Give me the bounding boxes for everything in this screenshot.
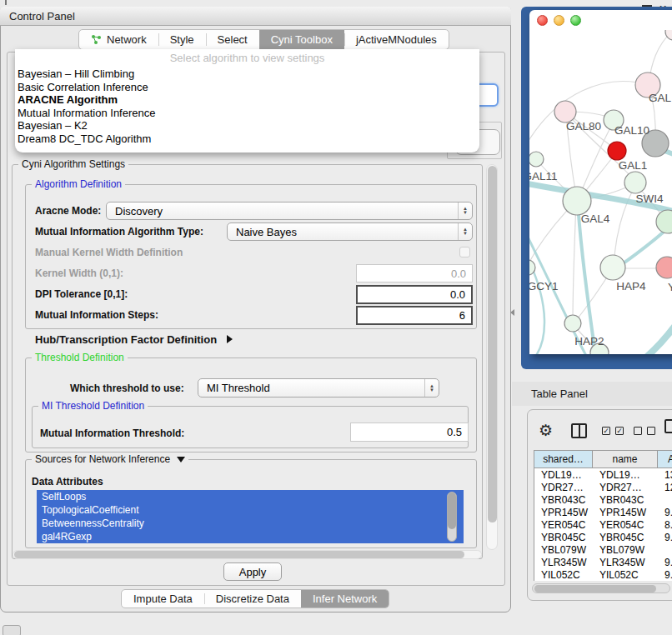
- network-edge[interactable]: [573, 202, 576, 322]
- attribute-list-item[interactable]: gal4RGexp: [37, 530, 464, 543]
- table-panel-bar[interactable]: Table Panel: [512, 382, 672, 406]
- network-node[interactable]: [608, 142, 626, 160]
- tab-style[interactable]: Style: [158, 30, 206, 49]
- settings-vscrollbar-thumb[interactable]: [488, 166, 497, 522]
- network-node[interactable]: [656, 210, 672, 233]
- tab-infer-network[interactable]: Infer Network: [301, 590, 389, 608]
- table-row[interactable]: YBR045CYBR045C9.: [534, 531, 672, 543]
- table-cell: YPR145W: [593, 507, 658, 518]
- kernel-width-label: Kernel Width (0,1):: [35, 268, 123, 279]
- mi-threshold-field[interactable]: 0.5: [350, 422, 469, 442]
- tab-label: Impute Data: [133, 592, 193, 605]
- attribute-list-item[interactable]: TopologicalCoefficient: [37, 503, 464, 517]
- network-node[interactable]: [563, 187, 591, 215]
- table-cell: YBR043C: [593, 494, 658, 506]
- tab-jactivemnodules[interactable]: jActiveMNodules: [344, 30, 449, 49]
- algorithm-option[interactable]: Bayesian – Hill Climbing: [15, 68, 479, 81]
- table-cell: YBL079W: [593, 544, 658, 556]
- tab-select[interactable]: Select: [206, 30, 259, 49]
- network-window-titlebar[interactable]: [529, 10, 672, 30]
- node-label: SWI4: [635, 192, 663, 205]
- table-cell: YDR27…: [534, 482, 593, 493]
- table-row[interactable]: YDL19…YDL19…13: [534, 468, 672, 481]
- tab-network[interactable]: Network: [79, 30, 158, 49]
- table-cell: YLR345W: [534, 557, 593, 568]
- algorithm-option[interactable]: Mutual Information Inference: [15, 107, 479, 120]
- network-node[interactable]: [564, 315, 581, 332]
- node-label: GAL: [649, 92, 672, 104]
- split-view-icon[interactable]: [571, 423, 587, 438]
- checked-box-icon[interactable]: ✓: [602, 427, 610, 435]
- which-threshold-select[interactable]: MI Threshold ▲▼: [198, 378, 439, 398]
- network-node[interactable]: [529, 152, 544, 167]
- column-header-shared[interactable]: shared…: [534, 450, 592, 468]
- apply-label: Apply: [239, 566, 267, 578]
- column-header-name[interactable]: name: [592, 450, 657, 468]
- algorithm-option[interactable]: Basic Correlation Inference: [15, 81, 479, 94]
- kernel-width-field[interactable]: 0.0: [356, 264, 473, 282]
- network-graph-canvas[interactable]: GALGAL80GAL10GAL1GAL11GAL4SWI4GCY1HAP4YH…: [529, 30, 672, 354]
- manual-kernel-checkbox[interactable]: [459, 247, 470, 258]
- attribute-list-item[interactable]: SelfLoops: [37, 490, 464, 503]
- manual-kernel-label: Manual Kernel Width Definition: [35, 247, 183, 258]
- tab-cyni-toolbox[interactable]: Cyni Toolbox: [259, 30, 344, 49]
- table-row[interactable]: YER054CYER054C8.: [534, 518, 672, 531]
- zoom-traffic-light-icon[interactable]: [570, 15, 581, 26]
- table-hscrollbar-thumb[interactable]: [534, 585, 656, 592]
- dpi-tolerance-value: 0.0: [450, 288, 465, 301]
- table-row[interactable]: YDR27…YDR27…12: [534, 481, 672, 493]
- table-row[interactable]: YIL052CYIL052C9.: [534, 568, 672, 581]
- sources-group-title[interactable]: Sources for Network Inference: [32, 453, 188, 465]
- network-edge-thick[interactable]: [578, 203, 596, 354]
- table-row[interactable]: YBR043CYBR043C: [534, 493, 672, 506]
- document-icon[interactable]: [664, 419, 672, 433]
- algorithm-placeholder: Select algorithm to view settings: [15, 52, 479, 68]
- dpi-tolerance-field[interactable]: 0.0: [356, 285, 473, 304]
- tab-label: Infer Network: [313, 592, 377, 605]
- mi-steps-field[interactable]: 6: [356, 306, 473, 325]
- table-row[interactable]: YBL079WYBL079W: [534, 543, 672, 556]
- network-node[interactable]: [656, 257, 672, 278]
- minimize-traffic-light-icon[interactable]: [554, 15, 564, 26]
- checked-box-icon[interactable]: ✓: [615, 427, 624, 435]
- table-row[interactable]: YLR345WYLR345W9.: [534, 556, 672, 568]
- algorithm-definition-title: Algorithm Definition: [32, 178, 125, 190]
- network-node[interactable]: [600, 255, 625, 280]
- tab-impute-data[interactable]: Impute Data: [122, 590, 204, 608]
- aracne-mode-value: Discovery: [115, 205, 163, 218]
- control-panel-titlebar[interactable]: Control Panel: [0, 7, 511, 26]
- algorithm-option[interactable]: Dream8 DC_TDC Algorithm: [15, 132, 479, 146]
- mi-type-select[interactable]: Naive Bayes ▲▼: [227, 222, 473, 241]
- split-pane-collapse-icon[interactable]: [510, 309, 514, 316]
- unchecked-box-icon[interactable]: [647, 427, 655, 435]
- algorithm-option[interactable]: ARACNE Algorithm: [15, 93, 479, 107]
- hub-definition-toggle[interactable]: Hub/Transcription Factor Definition: [35, 333, 233, 346]
- network-edge-thick[interactable]: [636, 310, 672, 354]
- tab-discretize-data[interactable]: Discretize Data: [204, 590, 301, 608]
- network-node[interactable]: [624, 172, 646, 193]
- settings-hscrollbar-thumb[interactable]: [14, 551, 464, 558]
- node-table[interactable]: shared…nameAYDL19…YDL19…13YDR27…YDR27…12…: [534, 450, 672, 581]
- close-traffic-light-icon[interactable]: [537, 15, 548, 26]
- mi-type-label: Mutual Information Algorithm Type:: [35, 226, 203, 238]
- aracne-mode-select[interactable]: Discovery ▲▼: [106, 202, 473, 220]
- algorithm-option[interactable]: Bayesian – K2: [15, 119, 479, 132]
- unchecked-box-icon[interactable]: [634, 427, 642, 435]
- table-row[interactable]: YPR145WYPR145W9.: [534, 506, 672, 518]
- node-label: GAL10: [614, 124, 649, 137]
- table-cell: 9.: [658, 532, 672, 543]
- gear-icon[interactable]: ⚙: [539, 421, 553, 440]
- table-cell: YBR045C: [593, 532, 658, 543]
- list-scrollbar-thumb[interactable]: [448, 492, 456, 529]
- tab-label: Discretize Data: [216, 592, 289, 605]
- table-cell: 8.: [658, 519, 672, 531]
- attribute-list-item[interactable]: BetweennessCentrality: [37, 517, 464, 530]
- node-label: HAP2: [574, 335, 604, 348]
- network-node[interactable]: [665, 30, 672, 40]
- stepper-arrows-icon: ▲▼: [458, 202, 472, 219]
- apply-button[interactable]: Apply: [223, 562, 282, 581]
- data-attributes-list[interactable]: SelfLoopsTopologicalCoefficientBetweenne…: [37, 490, 464, 543]
- data-attributes-label: Data Attributes: [32, 476, 103, 488]
- network-edge[interactable]: [529, 82, 649, 157]
- column-header-a[interactable]: A: [657, 450, 672, 468]
